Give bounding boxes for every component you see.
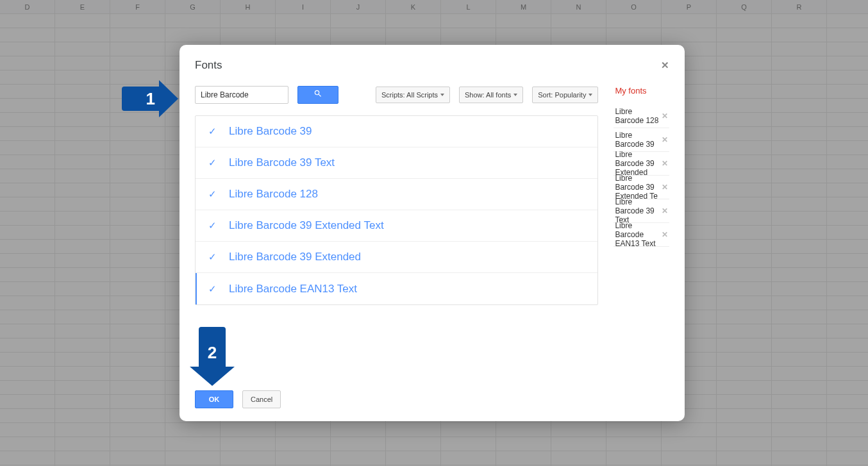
- font-result-name: Libre Barcode 39 Extended Text: [229, 219, 384, 232]
- font-result-item[interactable]: ✓Libre Barcode 128: [196, 179, 597, 210]
- my-font-item[interactable]: Libre Barcode 39 Extended✕: [613, 152, 669, 176]
- font-result-name: Libre Barcode EAN13 Text: [229, 283, 357, 295]
- font-result-name: Libre Barcode 39: [229, 125, 312, 138]
- remove-font-icon[interactable]: ✕: [662, 159, 668, 168]
- font-result-item[interactable]: ✓Libre Barcode 39 Extended: [196, 242, 597, 273]
- font-search-pane: Scripts: All Scripts Show: All fonts Sor…: [195, 86, 598, 379]
- my-fonts-pane: My fonts Libre Barcode 128✕Libre Barcode…: [613, 86, 669, 379]
- font-result-name: Libre Barcode 39 Text: [229, 156, 335, 169]
- close-icon[interactable]: ✕: [661, 60, 669, 71]
- my-font-name: Libre Barcode EAN13 Text: [615, 221, 662, 248]
- my-fonts-list: Libre Barcode 128✕Libre Barcode 39✕Libre…: [613, 104, 669, 247]
- chevron-down-icon: [440, 94, 444, 96]
- check-icon: ✓: [207, 188, 217, 200]
- ok-button[interactable]: OK: [195, 390, 233, 408]
- show-filter-label: Show: All fonts: [465, 91, 511, 99]
- my-font-item[interactable]: Libre Barcode 39 Text✕: [613, 199, 669, 223]
- remove-font-icon[interactable]: ✕: [662, 183, 668, 192]
- controls-row: Scripts: All Scripts Show: All fonts Sor…: [195, 86, 598, 104]
- font-result-item[interactable]: ✓Libre Barcode 39 Extended Text: [196, 210, 597, 242]
- scripts-filter-label: Scripts: All Scripts: [381, 91, 438, 99]
- show-filter[interactable]: Show: All fonts: [459, 87, 523, 103]
- scripts-filter[interactable]: Scripts: All Scripts: [376, 87, 450, 103]
- font-result-item[interactable]: ✓Libre Barcode EAN13 Text: [196, 273, 597, 304]
- remove-font-icon[interactable]: ✕: [662, 135, 668, 144]
- fonts-dialog: Fonts ✕ Scripts: All Scripts Show: All f…: [179, 45, 685, 421]
- dialog-title: Fonts: [195, 59, 222, 72]
- font-result-item[interactable]: ✓Libre Barcode 39: [196, 116, 597, 147]
- my-font-item[interactable]: Libre Barcode 128✕: [613, 104, 669, 128]
- check-icon: ✓: [207, 220, 217, 231]
- sort-filter-label: Sort: Popularity: [538, 91, 586, 99]
- my-font-name: Libre Barcode 39: [615, 131, 662, 149]
- remove-font-icon[interactable]: ✕: [662, 206, 668, 215]
- check-icon: ✓: [207, 251, 217, 263]
- sort-filter[interactable]: Sort: Popularity: [532, 87, 598, 103]
- my-font-item[interactable]: Libre Barcode EAN13 Text✕: [613, 223, 669, 247]
- my-font-item[interactable]: Libre Barcode 39 Extended Te✕: [613, 176, 669, 199]
- remove-font-icon[interactable]: ✕: [662, 230, 668, 239]
- dialog-header: Fonts ✕: [195, 59, 669, 72]
- my-font-name: Libre Barcode 39 Extended: [615, 150, 662, 177]
- remove-font-icon[interactable]: ✕: [662, 112, 668, 121]
- chevron-down-icon: [513, 94, 517, 96]
- check-icon: ✓: [207, 283, 217, 295]
- search-icon: [313, 89, 322, 101]
- my-font-name: Libre Barcode 128: [615, 107, 662, 125]
- check-icon: ✓: [207, 157, 217, 169]
- font-result-name: Libre Barcode 128: [229, 188, 318, 201]
- dialog-footer: OK Cancel: [195, 390, 669, 408]
- my-font-name: Libre Barcode 39 Text: [615, 197, 662, 224]
- search-button[interactable]: [297, 86, 338, 104]
- my-font-name: Libre Barcode 39 Extended Te: [615, 174, 662, 201]
- font-result-item[interactable]: ✓Libre Barcode 39 Text: [196, 147, 597, 179]
- font-search-input[interactable]: [195, 86, 288, 104]
- cancel-button[interactable]: Cancel: [242, 390, 281, 408]
- my-font-item[interactable]: Libre Barcode 39✕: [613, 128, 669, 152]
- font-result-name: Libre Barcode 39 Extended: [229, 251, 361, 263]
- my-fonts-title: My fonts: [613, 86, 669, 96]
- chevron-down-icon: [588, 94, 592, 96]
- font-results-list: ✓Libre Barcode 39✓Libre Barcode 39 Text✓…: [195, 115, 598, 305]
- check-icon: ✓: [207, 126, 217, 137]
